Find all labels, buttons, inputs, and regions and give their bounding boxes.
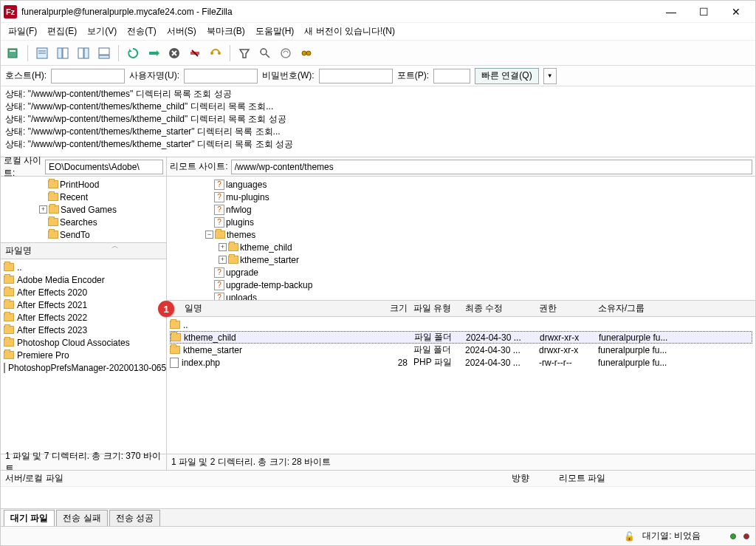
svg-rect-7 bbox=[78, 48, 83, 58]
menu-server[interactable]: 서버(S) bbox=[162, 24, 201, 39]
expander-icon[interactable]: + bbox=[39, 205, 47, 214]
remote-file-list[interactable]: .. ktheme_child파일 폴더2024-04-30 ...drwxr-… bbox=[167, 317, 755, 454]
filter-button[interactable] bbox=[235, 44, 254, 63]
folder-icon bbox=[170, 321, 180, 329]
tree-item[interactable]: ktheme_starter bbox=[240, 255, 299, 265]
toolbar bbox=[1, 41, 755, 66]
tree-item[interactable]: ktheme_child bbox=[240, 242, 292, 253]
disconnect-button[interactable] bbox=[185, 44, 205, 63]
list-item[interactable]: After Effects 2022 bbox=[4, 311, 163, 324]
queue-list[interactable] bbox=[1, 486, 755, 508]
menu-help[interactable]: 도움말(H) bbox=[251, 24, 299, 39]
toggle-log-button[interactable] bbox=[32, 44, 52, 63]
host-input[interactable] bbox=[51, 69, 125, 83]
maximize-button[interactable]: ☐ bbox=[687, 1, 720, 22]
password-input[interactable] bbox=[319, 69, 393, 83]
tab-success[interactable]: 전송 성공 bbox=[109, 510, 160, 526]
menu-view[interactable]: 보기(V) bbox=[83, 24, 121, 39]
username-input[interactable] bbox=[184, 69, 258, 83]
quickconnect-dropdown[interactable]: ▼ bbox=[543, 68, 557, 84]
folder-icon bbox=[4, 313, 14, 321]
list-item[interactable]: Photoshop Cloud Associates bbox=[4, 336, 163, 349]
svg-rect-8 bbox=[84, 48, 89, 58]
menu-file[interactable]: 파일(F) bbox=[4, 24, 41, 39]
col-modified[interactable]: 최종 수정 bbox=[465, 302, 539, 315]
toggle-remotetree-button[interactable] bbox=[74, 44, 93, 63]
minimize-button[interactable]: — bbox=[655, 1, 687, 22]
cancel-button[interactable] bbox=[165, 44, 184, 63]
list-item[interactable]: After Effects 2023 bbox=[4, 324, 163, 336]
tree-item[interactable]: SendTo bbox=[60, 230, 90, 240]
remote-list-header[interactable]: 일명 크기 파일 유형 최종 수정 권한 소유자/그룹 1 bbox=[167, 301, 755, 317]
log-line: 상태: "/www/wp-content/themes" 디렉터리 목록 조회 … bbox=[5, 88, 751, 100]
compare-button[interactable] bbox=[255, 44, 275, 63]
expander-icon[interactable]: − bbox=[205, 231, 213, 239]
tree-item[interactable]: nfwlog bbox=[226, 205, 252, 215]
tree-item[interactable]: Saved Games bbox=[61, 205, 117, 215]
tree-item[interactable]: languages bbox=[226, 180, 267, 190]
sitemanager-button[interactable] bbox=[4, 44, 23, 63]
list-item[interactable]: Premiere Pro bbox=[4, 349, 163, 361]
list-item[interactable]: After Effects 2020 bbox=[4, 286, 163, 298]
list-item[interactable]: PhotoshopPrefsManager-20200130-065 bbox=[4, 361, 163, 374]
remote-path-input[interactable] bbox=[231, 160, 752, 174]
expander-icon[interactable]: + bbox=[219, 256, 227, 264]
col-filename[interactable]: 파일명 bbox=[1, 245, 32, 257]
list-item[interactable]: .. bbox=[170, 318, 752, 331]
col-owner[interactable]: 소유자/그룹 bbox=[598, 302, 755, 315]
unknown-folder-icon: ? bbox=[214, 205, 224, 215]
menu-update[interactable]: 새 버전이 있습니다!(N) bbox=[300, 24, 399, 39]
tree-item[interactable]: uploads bbox=[226, 293, 257, 301]
tree-item[interactable]: Searches bbox=[60, 217, 97, 228]
col-type[interactable]: 파일 유형 bbox=[413, 302, 465, 315]
local-file-list[interactable]: .. Adobe Media Encoder After Effects 202… bbox=[1, 259, 166, 454]
tree-item[interactable]: themes bbox=[227, 230, 255, 240]
reconnect-button[interactable] bbox=[206, 44, 225, 63]
refresh-button[interactable] bbox=[123, 44, 142, 63]
close-button[interactable]: ✕ bbox=[720, 1, 752, 22]
unknown-folder-icon: ? bbox=[214, 180, 224, 190]
toggle-localtree-button[interactable] bbox=[53, 44, 72, 63]
svg-point-21 bbox=[281, 49, 290, 58]
quickconnect-button[interactable]: 빠른 연결(Q) bbox=[475, 68, 539, 84]
list-item[interactable]: .. bbox=[4, 261, 163, 273]
process-queue-button[interactable] bbox=[144, 44, 163, 63]
col-permissions[interactable]: 권한 bbox=[539, 302, 598, 315]
folder-icon bbox=[48, 231, 58, 239]
list-item[interactable]: ktheme_child파일 폴더2024-04-30 ...drwxr-xr-… bbox=[170, 331, 752, 344]
toggle-queue-button[interactable] bbox=[94, 44, 114, 63]
tree-item[interactable]: plugins bbox=[226, 217, 254, 228]
expander-icon[interactable]: + bbox=[219, 243, 227, 251]
local-list-header[interactable]: 파일명 ︿ bbox=[1, 243, 166, 259]
menu-edit[interactable]: 편집(E) bbox=[43, 24, 81, 39]
tree-item[interactable]: mu-plugins bbox=[226, 192, 269, 202]
tree-item[interactable]: Recent bbox=[60, 192, 88, 202]
tree-item[interactable]: PrintHood bbox=[60, 180, 99, 190]
local-tree[interactable]: PrintHood Recent +Saved Games Searches S… bbox=[1, 177, 166, 243]
local-path-input[interactable] bbox=[45, 160, 163, 174]
activity-led-icon bbox=[730, 533, 736, 539]
list-item[interactable]: Adobe Media Encoder bbox=[4, 273, 163, 286]
port-input[interactable] bbox=[433, 69, 470, 83]
menu-transfer[interactable]: 전송(T) bbox=[123, 24, 160, 39]
svg-rect-9 bbox=[99, 48, 109, 55]
tab-queued[interactable]: 대기 파일 bbox=[4, 510, 55, 526]
list-item[interactable]: ktheme_starter파일 폴더2024-04-30 ...drwxr-x… bbox=[170, 344, 752, 356]
svg-point-22 bbox=[302, 51, 306, 55]
list-item[interactable]: After Effects 2021 bbox=[4, 298, 163, 311]
tree-item[interactable]: upgrade-temp-backup bbox=[226, 280, 312, 290]
sort-chevron-icon: ︿ bbox=[111, 241, 119, 251]
svg-rect-6 bbox=[63, 48, 68, 58]
menu-bookmarks[interactable]: 북마크(B) bbox=[202, 24, 250, 39]
list-item[interactable]: index.php28PHP 파일2024-04-30 ...-rw-r--r-… bbox=[170, 356, 752, 369]
tab-failed[interactable]: 전송 실패 bbox=[56, 510, 107, 526]
col-size[interactable]: 크기 bbox=[377, 302, 413, 315]
log-pane[interactable]: 상태: "/www/wp-content/themes" 디렉터리 목록 조회 … bbox=[1, 86, 755, 157]
col-name[interactable]: 일명 bbox=[185, 302, 377, 315]
tree-item[interactable]: upgrade bbox=[226, 267, 258, 278]
log-line: 상태: "/www/wp-content/themes/ktheme_start… bbox=[5, 126, 751, 138]
remote-tree[interactable]: ?languages ?mu-plugins ?nfwlog ?plugins … bbox=[167, 177, 755, 301]
find-button[interactable] bbox=[297, 44, 316, 63]
svg-rect-0 bbox=[8, 49, 17, 58]
sync-browse-button[interactable] bbox=[276, 44, 295, 63]
